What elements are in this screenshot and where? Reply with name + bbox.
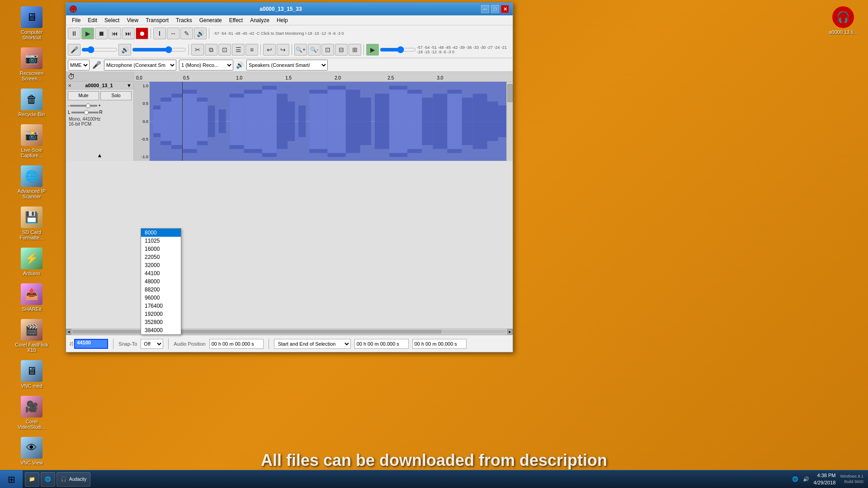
rate-option-352800[interactable]: 352800 bbox=[141, 318, 181, 326]
rate-option-384000[interactable]: 384000 bbox=[141, 326, 181, 334]
selection-mode-dropdown[interactable]: Start and End of Selection bbox=[274, 339, 351, 349]
zoom-in-button[interactable]: 🔍+ bbox=[294, 44, 307, 56]
menu-view[interactable]: View bbox=[123, 16, 142, 24]
menu-edit[interactable]: Edit bbox=[84, 16, 101, 24]
input-gain-slider[interactable] bbox=[81, 46, 118, 53]
stop-button[interactable]: ⏹ bbox=[95, 28, 108, 39]
zoom-tool[interactable]: 🔊 bbox=[194, 28, 207, 39]
menu-transport[interactable]: Transport bbox=[142, 16, 172, 24]
rate-option-192000[interactable]: 192000 bbox=[141, 310, 181, 318]
rate-option-176400[interactable]: 176400 bbox=[141, 302, 181, 310]
mic-icon[interactable]: 🎤 bbox=[68, 44, 80, 56]
play-button[interactable]: ▶ bbox=[81, 28, 94, 39]
host-dropdown[interactable]: MME bbox=[68, 60, 90, 70]
rate-option-11025[interactable]: 11025 bbox=[141, 237, 181, 245]
rate-option-22050[interactable]: 22050 bbox=[141, 253, 181, 261]
desktop-icon-computer[interactable]: 🖥 Computer Shortcut bbox=[11, 5, 52, 42]
menu-tracks[interactable]: Tracks bbox=[172, 16, 196, 24]
mute-button[interactable]: Mute bbox=[68, 91, 99, 100]
menu-select[interactable]: Select bbox=[101, 16, 123, 24]
scroll-right-button[interactable]: ► bbox=[507, 329, 513, 334]
horizontal-scrollbar[interactable]: ◄ ► bbox=[66, 328, 513, 335]
rate-option-44100[interactable]: 44100 bbox=[141, 269, 181, 277]
rate-option-88200[interactable]: 88200 bbox=[141, 286, 181, 294]
track-collapse-button[interactable]: ▲ bbox=[97, 152, 103, 159]
track-dropdown-arrow[interactable]: ▼ bbox=[127, 83, 132, 88]
draw-tool[interactable]: ✎ bbox=[180, 28, 193, 39]
menu-generate[interactable]: Generate bbox=[196, 16, 226, 24]
pause-button[interactable]: ⏸ bbox=[68, 28, 80, 39]
paste-button[interactable]: ⊡ bbox=[218, 44, 231, 56]
track-close-button[interactable]: ✕ bbox=[68, 83, 71, 88]
start-button[interactable]: ⊞ bbox=[0, 470, 23, 488]
svg-rect-6 bbox=[208, 106, 215, 137]
taskbar-item-file-explorer[interactable]: 📁 bbox=[25, 472, 39, 487]
play-at-speed-button[interactable]: ▶ bbox=[366, 44, 379, 56]
input-channels-dropdown[interactable]: 1 (Mono) Reco... bbox=[179, 60, 233, 70]
selection-start-value[interactable]: 00 h 00 m 00.000 s bbox=[354, 339, 409, 349]
redo-button[interactable]: ↪ bbox=[277, 44, 289, 56]
waveform-canvas[interactable] bbox=[150, 82, 513, 161]
trim-button[interactable]: ≡ bbox=[245, 44, 258, 56]
zoom-toggle-button[interactable]: ⊞ bbox=[349, 44, 361, 56]
toolbar-row-1: ⏸ ▶ ⏹ ⏮ ⏭ ⏺ I ↔ ✎ 🔊 -57 -54 -51 -48 -45 … bbox=[66, 25, 513, 42]
copy-button[interactable]: ⧉ bbox=[205, 44, 217, 56]
speaker-icon[interactable]: 🔊 bbox=[118, 44, 131, 56]
menu-analyze[interactable]: Analyze bbox=[246, 16, 273, 24]
rate-option-16000[interactable]: 16000 bbox=[141, 245, 181, 253]
desktop-icon-recycle[interactable]: 🗑 Recycle-Bin bbox=[11, 87, 52, 119]
close-button[interactable]: ✕ bbox=[501, 5, 509, 13]
svg-rect-11 bbox=[277, 94, 288, 149]
desktop-icon-audacity-right[interactable]: 🎧 a0000 13 li... bbox=[823, 5, 863, 37]
desktop-icon-livescre[interactable]: 📸 Live-Scre Capture... bbox=[11, 122, 52, 160]
zoom-out-button[interactable]: 🔍- bbox=[308, 44, 321, 56]
output-dropdown[interactable]: Speakers (Conexant Smart/ bbox=[246, 60, 328, 70]
microphone-dropdown[interactable]: Microphone (Conexant Sm bbox=[104, 60, 176, 70]
fit-project-button[interactable]: ⊡ bbox=[321, 44, 334, 56]
maximize-button[interactable]: □ bbox=[491, 5, 499, 13]
menu-effect[interactable]: Effect bbox=[226, 16, 246, 24]
cut-button[interactable]: ✂ bbox=[191, 44, 204, 56]
menu-help[interactable]: Help bbox=[273, 16, 292, 24]
title-controls: ─ □ ✕ bbox=[481, 5, 509, 13]
selection-end-value[interactable]: 00 h 00 m 00.000 s bbox=[412, 339, 467, 349]
desktop-icon-recscreen[interactable]: 📷 Recscreen Screen... bbox=[11, 46, 52, 83]
taskbar-item-audacity[interactable]: 🎧Audacity bbox=[57, 472, 90, 487]
desktop-icon-corel-fastflick[interactable]: 🎬 Corel FastFlick X10 bbox=[11, 317, 52, 355]
minimize-button[interactable]: ─ bbox=[481, 5, 489, 13]
desktop-icon-shareit[interactable]: 📤 SHAREit bbox=[11, 282, 52, 314]
gain-slider[interactable] bbox=[70, 105, 97, 107]
record-button[interactable]: ⏺ bbox=[136, 28, 148, 39]
rate-option-8000[interactable]: 8000 bbox=[141, 229, 181, 237]
rate-option-96000[interactable]: 96000 bbox=[141, 294, 181, 302]
sample-rate-input[interactable]: 44100 bbox=[74, 339, 108, 349]
desktop-icon-sdcard[interactable]: 💾 SD Card Formatte... bbox=[11, 205, 52, 242]
svg-rect-33 bbox=[230, 98, 244, 145]
audio-position-value[interactable]: 00 h 00 m 00.000 s bbox=[209, 339, 264, 349]
snap-to-dropdown[interactable]: Off bbox=[141, 339, 163, 349]
selection-tool[interactable]: I bbox=[153, 28, 166, 39]
rate-option-48000[interactable]: 48000 bbox=[141, 277, 181, 286]
fit-vertically-button[interactable]: ⊟ bbox=[335, 44, 348, 56]
scrollbar-thumb[interactable] bbox=[72, 330, 441, 333]
silence-button[interactable]: ☰ bbox=[232, 44, 245, 56]
desktop-icon-vnc-view[interactable]: 👁 VNC View bbox=[11, 435, 52, 467]
desktop-icon-corel-video[interactable]: 🎥 Corel VideoStudi... bbox=[11, 394, 52, 432]
undo-button[interactable]: ↩ bbox=[263, 44, 276, 56]
output-volume-slider[interactable] bbox=[132, 46, 186, 53]
scroll-left-button[interactable]: ◄ bbox=[66, 329, 71, 334]
skip-start-button[interactable]: ⏮ bbox=[108, 28, 121, 39]
desktop-icon-advanced-ip[interactable]: 🌐 Advanced IP Scanner bbox=[11, 164, 52, 201]
desktop-icon-arduino[interactable]: ⚡ Arduino bbox=[11, 246, 52, 278]
solo-button[interactable]: Solo bbox=[100, 91, 132, 100]
desktop-icon-vnc-med[interactable]: 🖥 VNC med bbox=[11, 358, 52, 390]
taskbar-item-browser[interactable]: 🌐 bbox=[41, 472, 55, 487]
vertical-scrollbar[interactable] bbox=[506, 82, 513, 161]
envelope-tool[interactable]: ↔ bbox=[167, 28, 179, 39]
pan-slider[interactable] bbox=[71, 112, 99, 113]
skip-end-button[interactable]: ⏭ bbox=[122, 28, 135, 39]
vertical-scrollbar-thumb[interactable] bbox=[507, 84, 513, 102]
menu-file[interactable]: File bbox=[68, 16, 84, 24]
speed-slider[interactable] bbox=[380, 46, 416, 53]
rate-option-32000[interactable]: 32000 bbox=[141, 261, 181, 269]
